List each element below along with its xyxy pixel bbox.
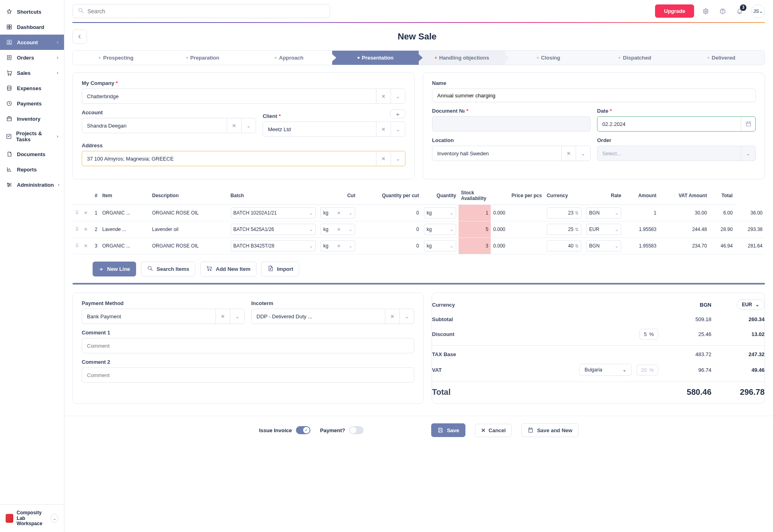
back-button[interactable] [72,29,87,44]
clear-icon[interactable]: ✕ [215,309,230,324]
step-prospecting[interactable]: Prospecting [73,51,159,65]
clear-icon[interactable]: ✕ [561,146,576,161]
step-approach[interactable]: Approach [246,51,333,65]
chevron-down-icon[interactable]: ⌄ [391,89,405,103]
chevron-down-icon[interactable]: ⌄ [576,146,590,161]
sidebar-item-reports[interactable]: Reports [0,162,64,177]
workspace-switcher[interactable]: Composity Lab Workspace ⌄ [0,504,64,532]
quantity-cell[interactable]: 5 [459,221,491,238]
new-line-button[interactable]: ＋New Line [93,262,136,276]
remove-row-icon[interactable]: ✕ [81,238,90,254]
help-icon[interactable] [717,6,728,16]
upgrade-button[interactable]: Upgrade [655,4,694,18]
sidebar-item-orders[interactable]: Orders› [0,50,64,65]
account-select[interactable]: Shandra Deegan ✕ ⌄ [82,118,256,133]
step-dispatched[interactable]: Dispatched [592,51,678,65]
price-input[interactable]: 23⇅ [547,207,581,219]
sidebar-item-account[interactable]: Account› [0,35,64,50]
drag-handle-icon[interactable]: ⠿ [72,238,81,254]
discount-pct-input[interactable]: 5 % [639,329,658,340]
step-delivered[interactable]: Delivered [678,51,765,65]
address-select[interactable]: 37 100 Almyros; Magnesia; GREECE ✕ ⌄ [82,151,405,166]
sidebar-item-projects-tasks[interactable]: Projects & Tasks› [0,126,64,146]
calendar-icon[interactable] [741,117,755,131]
cut-select[interactable]: kg✕⌄ [320,240,355,252]
quantity-cell[interactable]: 1 [459,205,491,221]
unit-select[interactable]: kg⌄ [424,207,456,219]
save-button[interactable]: Save [431,423,465,437]
price-input[interactable]: 40⇅ [547,240,581,252]
search-field[interactable] [87,8,325,14]
unit-select[interactable]: kg⌄ [424,224,456,235]
clear-icon[interactable]: ✕ [376,89,391,103]
date-input[interactable]: 02.2.2024 [597,116,756,132]
chevron-down-icon[interactable]: ⌄ [230,309,244,324]
chevron-down-icon[interactable]: ⌄ [399,309,414,324]
quantity-cell[interactable]: 3 [459,238,491,254]
batch-select[interactable]: BATCH B3425T/28⌄ [231,240,316,252]
comment2-input[interactable] [82,367,414,383]
currency-select[interactable]: BGN⌄ [586,207,621,219]
clear-icon[interactable]: ✕ [376,151,391,166]
cancel-button[interactable]: ✕Cancel [475,424,512,437]
sidebar-item-documents[interactable]: Documents [0,146,64,162]
clear-icon[interactable]: ✕ [385,309,399,324]
step-presentation[interactable]: Presentation [332,51,419,65]
drag-handle-icon[interactable]: ⠿ [72,205,81,221]
remove-row-icon[interactable]: ✕ [81,221,90,238]
chevron-down-icon[interactable]: ⌄ [391,151,405,166]
add-new-item-button[interactable]: Add New Item [200,262,256,276]
search-items-button[interactable]: Search Items [141,262,195,276]
unit-select[interactable]: kg⌄ [424,240,456,252]
incoterm-select[interactable]: DDP - Delivered Duty ... ✕ ⌄ [251,309,414,324]
docno-field[interactable] [432,117,590,131]
step-handling-objections[interactable]: Handling objections [419,51,505,65]
add-client-button[interactable]: + [390,109,405,118]
docno-input[interactable] [432,116,591,132]
step-closing[interactable]: Closing [505,51,592,65]
currency-select[interactable]: BGN⌄ [586,240,621,252]
settings-icon[interactable] [701,6,711,16]
order-select[interactable]: Select... ⌄ [597,146,756,161]
cut-select[interactable]: kg✕⌄ [320,207,355,219]
remove-row-icon[interactable]: ✕ [81,205,90,221]
batch-select[interactable]: BATCH 10202A1/21⌄ [231,207,316,219]
chevron-down-icon[interactable]: ⌄ [241,118,256,133]
search-input[interactable] [72,4,330,18]
name-input[interactable] [432,89,756,102]
comment1-field[interactable] [82,338,414,353]
currency-select[interactable]: EUR⌄ [586,224,621,235]
payment-toggle[interactable] [349,426,364,434]
chevron-down-icon[interactable]: ⌄ [391,122,405,136]
import-button[interactable]: Import [261,262,299,276]
price-input[interactable]: 25⇅ [547,224,581,235]
chevron-down-icon[interactable]: ⌄ [741,146,755,161]
comment1-input[interactable] [82,338,414,353]
sidebar-item-administration[interactable]: Administration› [0,177,64,192]
sidebar-item-expenses[interactable]: Expenses [0,80,64,96]
payment-method-select[interactable]: Bank Payment ✕ ⌄ [82,309,245,324]
clear-icon[interactable]: ✕ [227,118,241,133]
sidebar-item-dashboard[interactable]: Dashboard [0,19,64,35]
sidebar-item-shortcuts[interactable]: Shortcuts [0,4,64,19]
currency-alt-select[interactable]: EUR ⌄ [737,299,765,310]
step-preparation[interactable]: Preparation [159,51,246,65]
avatar[interactable]: JS⌄ [751,4,765,18]
vat-country-select[interactable]: Bulgaria ⌄ [579,364,632,376]
clear-icon[interactable]: ✕ [376,122,391,136]
save-and-new-button[interactable]: Save and New [521,423,578,437]
client-select[interactable]: Meetz Ltd ✕ ⌄ [262,122,405,137]
comment2-field[interactable] [82,368,414,382]
chevron-down-icon[interactable]: ⌄ [50,514,58,523]
issue-invoice-toggle[interactable]: ✓ [296,426,310,434]
name-field[interactable] [432,89,755,102]
my-company-select[interactable]: Chatterbridge ✕ ⌄ [82,89,405,104]
drag-handle-icon[interactable]: ⠿ [72,221,81,238]
sidebar-item-sales[interactable]: Sales› [0,65,64,80]
cut-select[interactable]: kg✕⌄ [320,224,355,235]
sidebar-item-inventory[interactable]: Inventory [0,111,64,126]
sidebar-item-payments[interactable]: Payments [0,96,64,111]
location-select[interactable]: Inventory hall Sweden ✕ ⌄ [432,146,591,161]
batch-select[interactable]: BATCH 5425A1/26⌄ [231,224,316,235]
notifications-icon[interactable]: 3 [734,6,745,16]
